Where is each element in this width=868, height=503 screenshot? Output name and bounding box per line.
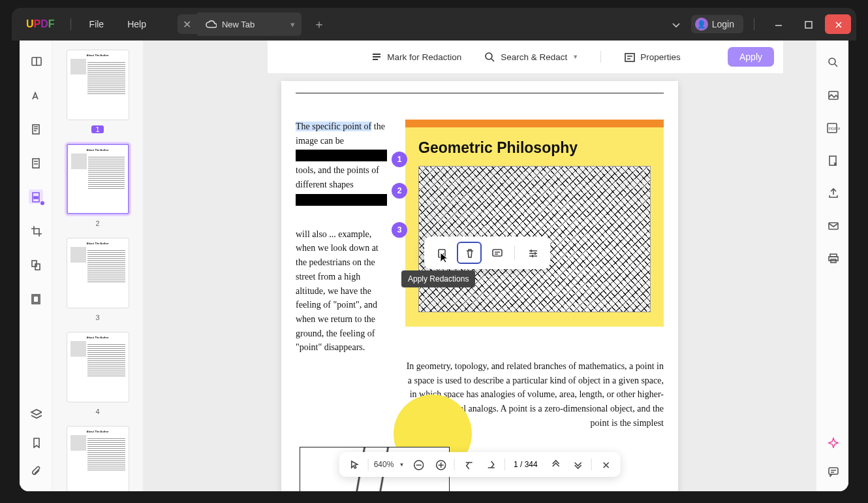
- tab-label: New Tab: [222, 20, 255, 29]
- print-icon: [827, 252, 839, 264]
- mark-for-redaction-button[interactable]: Mark for Redaction: [370, 51, 461, 63]
- document-tab[interactable]: New Tab ▾: [197, 12, 302, 36]
- comment-button[interactable]: [826, 464, 840, 478]
- left-rail: [20, 41, 52, 491]
- page-number: 3: [95, 314, 99, 321]
- email-button[interactable]: [826, 218, 840, 233]
- zoom-out-button[interactable]: [409, 456, 426, 473]
- svg-rect-3: [33, 159, 39, 168]
- rail-attachment-icon[interactable]: [29, 464, 43, 478]
- properties-button[interactable]: Properties: [623, 51, 681, 63]
- search-icon: [827, 56, 839, 68]
- thumbnail-1[interactable]: About The Author1: [60, 50, 135, 135]
- print-button[interactable]: [826, 251, 840, 265]
- first-page-button[interactable]: [459, 456, 476, 473]
- thumbnail-2[interactable]: About The Author2: [60, 144, 135, 229]
- svg-rect-2: [33, 125, 39, 134]
- annotation-callout-1: 1: [392, 152, 407, 167]
- rail-crop-icon[interactable]: [29, 223, 43, 238]
- card-heading: Geometric Philosophy: [418, 139, 651, 157]
- app-frame: About The Author1 About The Author2 Abou…: [20, 41, 848, 491]
- note-button[interactable]: [484, 242, 509, 264]
- redaction-toolbar: Mark for Redaction Search & Redact ▼ Pro…: [268, 41, 783, 73]
- delete-redaction-button[interactable]: [457, 242, 482, 264]
- content-card: Geometric Philosophy: [405, 120, 664, 327]
- document-page[interactable]: The specific point of the image can be t…: [281, 81, 678, 491]
- svg-rect-25: [829, 468, 838, 474]
- thumbnail-panel[interactable]: About The Author1 About The Author2 Abou…: [52, 41, 144, 491]
- svg-rect-5: [34, 197, 38, 199]
- left-text-column: The specific point of the image can be t…: [296, 120, 387, 430]
- trash-icon: [463, 247, 475, 259]
- svg-rect-0: [805, 22, 812, 28]
- close-zoombar-button[interactable]: [597, 456, 613, 473]
- prev-page-button[interactable]: [546, 456, 563, 473]
- window-maximize[interactable]: [795, 14, 821, 34]
- tooltip: Apply Redactions: [401, 270, 475, 287]
- titlebar-dropdown[interactable]: [664, 15, 687, 33]
- tab-close-button[interactable]: ✕: [178, 14, 197, 34]
- annotation-callout-3: 3: [392, 222, 407, 238]
- svg-text:PDF/A: PDF/A: [829, 127, 840, 131]
- svg-rect-9: [33, 296, 39, 302]
- login-label: Login: [712, 19, 734, 29]
- cursor-icon: [439, 252, 448, 263]
- document-canvas[interactable]: Mark for Redaction Search & Redact ▼ Pro…: [144, 41, 816, 491]
- cloud-icon: [205, 18, 217, 30]
- zoom-in-button[interactable]: [431, 456, 448, 473]
- rail-highlight-icon[interactable]: [29, 88, 43, 102]
- comment-icon: [827, 465, 839, 477]
- mail-icon: [827, 219, 839, 231]
- export-image-button[interactable]: [826, 88, 840, 102]
- rail-redact-icon[interactable]: [29, 189, 43, 204]
- pdfa-icon: PDF/A: [826, 122, 840, 133]
- properties-label: Properties: [640, 52, 681, 62]
- mark-label: Mark for Redaction: [387, 52, 461, 62]
- selected-text[interactable]: The specific point of: [296, 122, 371, 131]
- next-page-button[interactable]: [568, 456, 585, 473]
- rail-form-icon[interactable]: [29, 155, 43, 170]
- window-close[interactable]: [825, 14, 851, 34]
- image-icon: [827, 89, 839, 101]
- ai-button[interactable]: [826, 435, 840, 449]
- body-text: tools, and the points of different shape…: [296, 165, 379, 189]
- select-tool[interactable]: [346, 456, 363, 473]
- thumbnail-4[interactable]: About The Author4: [60, 332, 135, 417]
- page-number: 4: [95, 408, 99, 415]
- login-button[interactable]: 👤 Login: [691, 15, 743, 33]
- rail-reader-icon[interactable]: [29, 54, 43, 68]
- menu-help[interactable]: Help: [116, 19, 158, 29]
- tab-dropdown-icon[interactable]: ▾: [290, 20, 295, 29]
- note-icon: [491, 247, 503, 259]
- rail-bookmark-icon[interactable]: [29, 435, 43, 449]
- svg-rect-21: [829, 223, 838, 229]
- svg-rect-11: [625, 54, 634, 61]
- rail-layers-icon[interactable]: [29, 406, 43, 421]
- page-number: 2: [95, 219, 99, 227]
- new-tab-button[interactable]: ＋: [309, 12, 329, 36]
- rail-compress-icon[interactable]: [29, 291, 43, 306]
- apply-button[interactable]: Apply: [728, 47, 774, 67]
- zoom-level[interactable]: 640%: [374, 460, 394, 469]
- avatar-icon: 👤: [695, 18, 708, 31]
- redaction-mark-2[interactable]: [296, 194, 387, 206]
- rail-organize-icon[interactable]: [29, 257, 43, 272]
- convert-button[interactable]: [826, 153, 840, 167]
- redaction-mark-1[interactable]: [296, 150, 387, 161]
- right-rail: PDF/A: [816, 41, 848, 491]
- search-redact-button[interactable]: Search & Redact ▼: [484, 51, 578, 63]
- share-button[interactable]: [826, 186, 840, 200]
- body-text: will also ... example, when we look down…: [296, 229, 379, 353]
- page-input[interactable]: [510, 460, 541, 469]
- pdfa-button[interactable]: PDF/A: [826, 120, 840, 135]
- thumbnail-5[interactable]: About The Author5: [60, 426, 135, 491]
- search-button[interactable]: [826, 55, 840, 69]
- last-page-button[interactable]: [482, 456, 499, 473]
- titlebar: UPDF File Help ✕ New Tab ▾ ＋ 👤 Login: [12, 8, 856, 41]
- rail-edit-icon[interactable]: [29, 122, 43, 136]
- svg-rect-23: [829, 257, 838, 261]
- settings-button[interactable]: [520, 242, 545, 264]
- menu-file[interactable]: File: [78, 19, 116, 29]
- window-minimize[interactable]: [765, 14, 791, 34]
- thumbnail-3[interactable]: About The Author3: [60, 238, 135, 323]
